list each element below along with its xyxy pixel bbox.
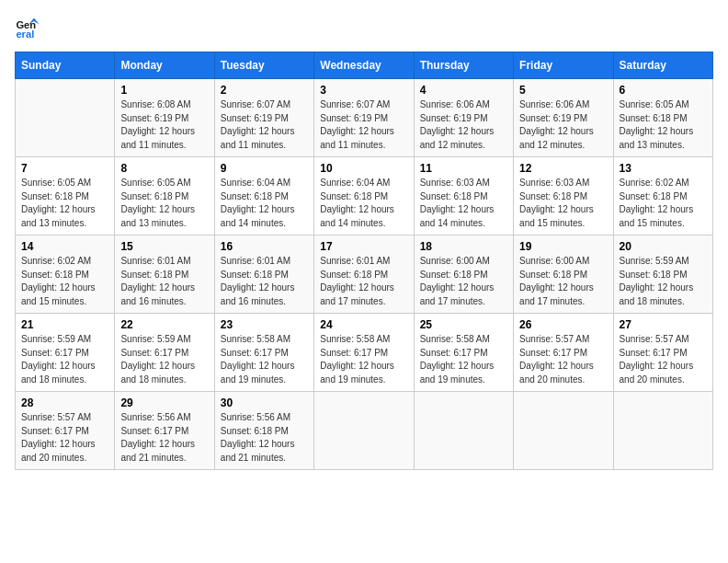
calendar-cell: [414, 392, 513, 470]
day-number: 18: [420, 240, 507, 253]
day-info: Sunrise: 6:00 AMSunset: 6:18 PMDaylight:…: [519, 255, 607, 308]
week-row-2: 7Sunrise: 6:05 AMSunset: 6:18 PMDaylight…: [16, 157, 713, 236]
day-info: Sunrise: 6:04 AMSunset: 6:18 PMDaylight:…: [221, 177, 308, 230]
weekday-header-monday: Monday: [115, 52, 214, 79]
calendar-cell: 27Sunrise: 5:57 AMSunset: 6:17 PMDayligh…: [613, 314, 712, 392]
day-info: Sunrise: 6:03 AMSunset: 6:18 PMDaylight:…: [420, 177, 507, 230]
day-info: Sunrise: 6:06 AMSunset: 6:19 PMDaylight:…: [519, 98, 607, 152]
day-number: 6: [620, 84, 707, 97]
calendar-cell: 16Sunrise: 6:01 AMSunset: 6:18 PMDayligh…: [214, 236, 313, 314]
calendar-cell: 11Sunrise: 6:03 AMSunset: 6:18 PMDayligh…: [414, 157, 513, 236]
day-info: Sunrise: 6:07 AMSunset: 6:19 PMDaylight:…: [320, 98, 407, 152]
day-number: 23: [221, 318, 308, 331]
calendar-cell: 21Sunrise: 5:59 AMSunset: 6:17 PMDayligh…: [16, 314, 115, 392]
day-number: 8: [120, 162, 208, 175]
day-info: Sunrise: 6:03 AMSunset: 6:18 PMDaylight:…: [519, 177, 607, 230]
calendar-cell: 22Sunrise: 5:59 AMSunset: 6:17 PMDayligh…: [115, 314, 214, 392]
calendar-cell: 5Sunrise: 6:06 AMSunset: 6:19 PMDaylight…: [514, 79, 613, 157]
calendar-cell: 29Sunrise: 5:56 AMSunset: 6:17 PMDayligh…: [115, 392, 214, 470]
calendar-cell: 7Sunrise: 6:05 AMSunset: 6:18 PMDaylight…: [16, 157, 115, 236]
calendar-cell: [613, 392, 712, 470]
day-number: 7: [21, 162, 108, 175]
day-info: Sunrise: 6:05 AMSunset: 6:18 PMDaylight:…: [120, 177, 208, 230]
day-number: 17: [320, 240, 407, 253]
day-number: 14: [21, 240, 108, 253]
calendar-cell: [514, 392, 613, 470]
day-info: Sunrise: 5:57 AMSunset: 6:17 PMDaylight:…: [21, 411, 108, 465]
week-row-3: 14Sunrise: 6:02 AMSunset: 6:18 PMDayligh…: [16, 236, 713, 314]
day-number: 26: [519, 318, 607, 331]
weekday-header-sunday: Sunday: [16, 52, 115, 79]
calendar-cell: 14Sunrise: 6:02 AMSunset: 6:18 PMDayligh…: [16, 236, 115, 314]
logo-icon: Gen eral: [15, 15, 40, 40]
day-info: Sunrise: 6:00 AMSunset: 6:18 PMDaylight:…: [420, 255, 507, 308]
weekday-header-saturday: Saturday: [613, 52, 712, 79]
day-info: Sunrise: 5:56 AMSunset: 6:17 PMDaylight:…: [120, 411, 208, 465]
day-info: Sunrise: 5:58 AMSunset: 6:17 PMDaylight:…: [320, 333, 407, 386]
day-info: Sunrise: 5:57 AMSunset: 6:17 PMDaylight:…: [519, 333, 607, 386]
calendar-cell: 13Sunrise: 6:02 AMSunset: 6:18 PMDayligh…: [613, 157, 712, 236]
calendar-cell: 8Sunrise: 6:05 AMSunset: 6:18 PMDaylight…: [115, 157, 214, 236]
day-number: 29: [120, 396, 208, 409]
day-info: Sunrise: 5:59 AMSunset: 6:18 PMDaylight:…: [620, 255, 707, 308]
day-number: 9: [221, 162, 308, 175]
calendar-cell: 12Sunrise: 6:03 AMSunset: 6:18 PMDayligh…: [514, 157, 613, 236]
day-number: 15: [120, 240, 208, 253]
day-number: 13: [620, 162, 707, 175]
day-info: Sunrise: 6:08 AMSunset: 6:19 PMDaylight:…: [120, 98, 208, 152]
day-number: 16: [221, 240, 308, 253]
day-info: Sunrise: 6:02 AMSunset: 6:18 PMDaylight:…: [21, 255, 108, 308]
day-number: 10: [320, 162, 407, 175]
day-number: 19: [519, 240, 607, 253]
day-info: Sunrise: 6:05 AMSunset: 6:18 PMDaylight:…: [21, 177, 108, 230]
day-info: Sunrise: 5:58 AMSunset: 6:17 PMDaylight:…: [221, 333, 308, 386]
day-number: 1: [120, 84, 208, 97]
calendar-cell: 3Sunrise: 6:07 AMSunset: 6:19 PMDaylight…: [314, 79, 414, 157]
day-info: Sunrise: 5:56 AMSunset: 6:18 PMDaylight:…: [221, 411, 308, 465]
calendar-cell: 30Sunrise: 5:56 AMSunset: 6:18 PMDayligh…: [214, 392, 313, 470]
calendar-cell: 19Sunrise: 6:00 AMSunset: 6:18 PMDayligh…: [514, 236, 613, 314]
day-info: Sunrise: 5:59 AMSunset: 6:17 PMDaylight:…: [21, 333, 108, 386]
calendar-cell: 23Sunrise: 5:58 AMSunset: 6:17 PMDayligh…: [214, 314, 313, 392]
calendar-table: SundayMondayTuesdayWednesdayThursdayFrid…: [15, 52, 713, 470]
week-row-4: 21Sunrise: 5:59 AMSunset: 6:17 PMDayligh…: [16, 314, 713, 392]
weekday-header-tuesday: Tuesday: [214, 52, 313, 79]
weekday-header-row: SundayMondayTuesdayWednesdayThursdayFrid…: [16, 52, 713, 79]
day-number: 5: [519, 84, 607, 97]
day-number: 12: [519, 162, 607, 175]
calendar-cell: 10Sunrise: 6:04 AMSunset: 6:18 PMDayligh…: [314, 157, 414, 236]
week-row-5: 28Sunrise: 5:57 AMSunset: 6:17 PMDayligh…: [16, 392, 713, 470]
day-info: Sunrise: 6:01 AMSunset: 6:18 PMDaylight:…: [221, 255, 308, 308]
day-info: Sunrise: 6:01 AMSunset: 6:18 PMDaylight:…: [320, 255, 407, 308]
page-header: Gen eral: [15, 15, 713, 40]
day-info: Sunrise: 6:04 AMSunset: 6:18 PMDaylight:…: [320, 177, 407, 230]
calendar-cell: 17Sunrise: 6:01 AMSunset: 6:18 PMDayligh…: [314, 236, 414, 314]
day-number: 24: [320, 318, 407, 331]
day-info: Sunrise: 6:02 AMSunset: 6:18 PMDaylight:…: [620, 177, 707, 230]
calendar-cell: 4Sunrise: 6:06 AMSunset: 6:19 PMDaylight…: [414, 79, 513, 157]
day-number: 22: [120, 318, 208, 331]
calendar-cell: 24Sunrise: 5:58 AMSunset: 6:17 PMDayligh…: [314, 314, 414, 392]
calendar-cell: 26Sunrise: 5:57 AMSunset: 6:17 PMDayligh…: [514, 314, 613, 392]
weekday-header-friday: Friday: [514, 52, 613, 79]
calendar-cell: 1Sunrise: 6:08 AMSunset: 6:19 PMDaylight…: [115, 79, 214, 157]
svg-text:eral: eral: [16, 29, 34, 40]
day-info: Sunrise: 5:58 AMSunset: 6:17 PMDaylight:…: [420, 333, 507, 386]
week-row-1: 1Sunrise: 6:08 AMSunset: 6:19 PMDaylight…: [16, 79, 713, 157]
weekday-header-thursday: Thursday: [414, 52, 513, 79]
day-number: 2: [221, 84, 308, 97]
logo: Gen eral: [15, 15, 44, 40]
calendar-cell: [16, 79, 115, 157]
calendar-cell: 25Sunrise: 5:58 AMSunset: 6:17 PMDayligh…: [414, 314, 513, 392]
day-number: 27: [620, 318, 707, 331]
day-number: 3: [320, 84, 407, 97]
day-number: 4: [420, 84, 507, 97]
day-number: 28: [21, 396, 108, 409]
weekday-header-wednesday: Wednesday: [314, 52, 414, 79]
day-info: Sunrise: 6:05 AMSunset: 6:18 PMDaylight:…: [620, 98, 707, 152]
calendar-cell: 15Sunrise: 6:01 AMSunset: 6:18 PMDayligh…: [115, 236, 214, 314]
day-info: Sunrise: 6:07 AMSunset: 6:19 PMDaylight:…: [221, 98, 308, 152]
calendar-cell: 6Sunrise: 6:05 AMSunset: 6:18 PMDaylight…: [613, 79, 712, 157]
day-info: Sunrise: 6:01 AMSunset: 6:18 PMDaylight:…: [120, 255, 208, 308]
calendar-cell: 9Sunrise: 6:04 AMSunset: 6:18 PMDaylight…: [214, 157, 313, 236]
